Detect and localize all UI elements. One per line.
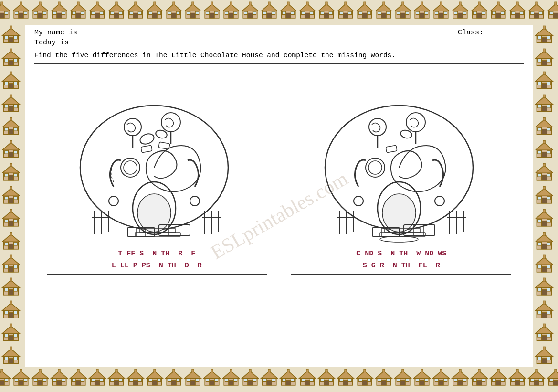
svg-rect-172 [539, 11, 542, 14]
svg-rect-201 [53, 379, 56, 381]
svg-rect-380 [8, 106, 13, 112]
svg-rect-508 [547, 242, 551, 245]
svg-rect-531 [538, 334, 542, 337]
svg-rect-227 [134, 369, 136, 372]
svg-rect-45 [129, 11, 133, 14]
svg-rect-418 [14, 242, 18, 245]
svg-rect-15 [34, 11, 37, 14]
svg-rect-33 [91, 11, 95, 14]
svg-rect-375 [5, 82, 9, 85]
svg-rect-422 [8, 267, 13, 272]
svg-rect-239 [172, 369, 174, 372]
svg-rect-142 [443, 11, 447, 14]
header-section: My name is Class: Today is [34, 29, 524, 49]
svg-rect-2 [0, 13, 4, 18]
svg-rect-484 [547, 150, 551, 154]
svg-rect-434 [8, 313, 13, 318]
svg-rect-503 [543, 209, 545, 212]
name-field[interactable] [79, 34, 456, 34]
svg-rect-581 [386, 145, 397, 153]
svg-rect-482 [541, 152, 547, 158]
svg-rect-316 [424, 379, 428, 381]
svg-rect-299 [363, 369, 365, 372]
svg-point-545 [124, 118, 141, 136]
svg-rect-130 [405, 11, 409, 14]
svg-rect-128 [400, 13, 405, 18]
svg-rect-308 [400, 380, 405, 385]
svg-rect-267 [263, 379, 266, 381]
today-field[interactable] [71, 44, 522, 44]
svg-rect-41 [115, 2, 117, 5]
svg-rect-334 [482, 379, 485, 381]
svg-rect-346 [520, 379, 523, 381]
svg-rect-339 [492, 379, 495, 381]
svg-rect-68 [209, 13, 214, 18]
svg-rect-154 [482, 11, 485, 14]
svg-rect-458 [541, 61, 547, 66]
svg-rect-117 [358, 11, 362, 14]
svg-rect-29 [77, 2, 79, 5]
svg-rect-344 [515, 380, 520, 385]
right-image-panel: C_ND_S _N TH_ W_ND_WS S_G_R _N TH_ FL__R [279, 67, 524, 363]
svg-rect-262 [253, 379, 256, 381]
svg-rect-333 [473, 379, 476, 381]
border-left [0, 25, 25, 367]
svg-rect-257 [230, 369, 232, 372]
svg-rect-460 [547, 59, 551, 62]
svg-rect-56 [171, 13, 176, 18]
svg-rect-254 [228, 380, 233, 385]
left-puzzle-text: T_FF_S _N TH_ R__F L_LL_P_PS _N TH_ D__R [112, 248, 202, 272]
svg-point-544 [124, 161, 137, 174]
svg-rect-152 [476, 13, 482, 18]
right-puzzle-line2: S_G_R _N TH_ FL__R [356, 260, 446, 272]
svg-rect-275 [287, 369, 289, 372]
svg-rect-20 [56, 13, 62, 18]
svg-rect-124 [386, 11, 390, 14]
name-label: My name is [34, 29, 77, 37]
svg-rect-149 [459, 2, 461, 5]
class-field[interactable] [485, 34, 524, 34]
svg-rect-392 [8, 152, 13, 158]
content-area: My name is Class: Today is Find the five… [25, 25, 533, 367]
svg-rect-399 [5, 173, 9, 177]
svg-rect-436 [14, 311, 18, 314]
svg-rect-302 [381, 380, 386, 385]
svg-rect-442 [14, 334, 18, 337]
svg-rect-477 [538, 127, 542, 131]
svg-rect-440 [8, 336, 13, 341]
svg-rect-489 [538, 173, 542, 177]
svg-rect-410 [8, 221, 13, 226]
svg-rect-53 [153, 2, 155, 5]
svg-rect-279 [301, 379, 305, 381]
svg-rect-527 [543, 301, 545, 304]
svg-rect-393 [5, 150, 9, 154]
svg-rect-94 [291, 11, 294, 14]
svg-rect-83 [249, 2, 251, 5]
svg-rect-255 [225, 379, 228, 381]
svg-rect-40 [119, 11, 122, 14]
svg-rect-320 [438, 380, 443, 385]
svg-rect-431 [10, 278, 12, 281]
svg-rect-129 [397, 11, 400, 14]
svg-rect-514 [547, 265, 551, 268]
svg-rect-423 [5, 265, 9, 268]
svg-rect-314 [419, 380, 424, 385]
chocolate-house-left [66, 72, 247, 244]
svg-rect-245 [191, 369, 193, 372]
svg-rect-22 [62, 11, 65, 14]
svg-rect-171 [530, 11, 534, 14]
svg-rect-77 [230, 2, 232, 5]
svg-rect-452 [541, 38, 547, 43]
svg-rect-280 [310, 379, 313, 381]
svg-rect-32 [95, 13, 100, 18]
svg-rect-111 [339, 11, 343, 14]
svg-rect-287 [325, 369, 327, 372]
svg-rect-464 [541, 84, 547, 89]
svg-rect-412 [14, 219, 18, 222]
svg-rect-471 [538, 105, 542, 108]
svg-rect-398 [8, 175, 13, 180]
svg-rect-75 [225, 11, 228, 14]
svg-rect-350 [534, 380, 539, 385]
svg-rect-465 [538, 82, 542, 85]
svg-rect-269 [268, 369, 270, 372]
